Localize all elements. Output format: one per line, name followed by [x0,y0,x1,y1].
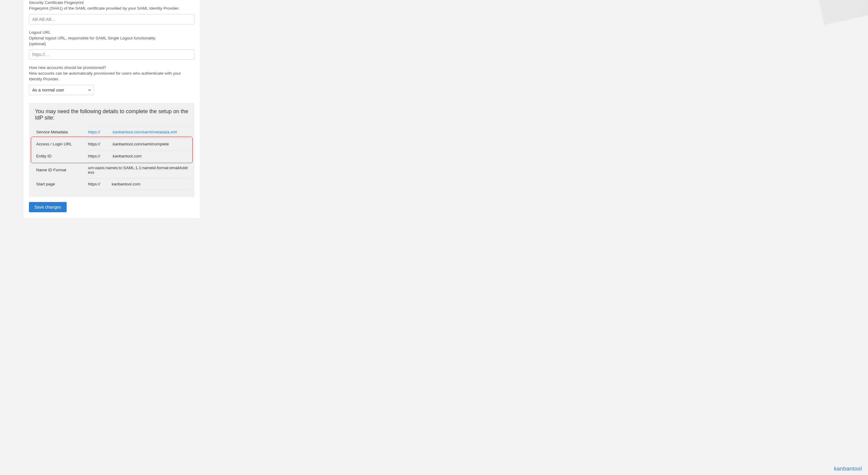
idp-row-entity-id: Entity IDhttps://.kanbantool.com [33,150,190,162]
logout-url-label: Logout URL [29,30,194,36]
idp-row-service-metadata: Service Metadatahttps://.kanbantool.com/… [33,126,190,138]
idp-row-value: https://.kanbantool.com/saml/complete [87,138,190,149]
redacted-subdomain [100,182,112,186]
idp-row-value: urn:oasis:names:tc:SAML:1.1:nameid-forma… [87,162,190,178]
idp-row-key: Access / Login URL [33,142,87,146]
idp-row-key: Start page [33,182,87,186]
idp-row-key: Service Metadata [33,130,87,134]
idp-row-key: Name ID Format [33,168,87,172]
redacted-subdomain [100,155,112,158]
provisioning-select[interactable]: As a normal user [29,85,94,95]
field-fingerprint: Security Certificate Fingerprint Fingerp… [29,0,194,24]
save-button[interactable]: Save changes [29,202,67,212]
idp-details-table: Service Metadatahttps://.kanbantool.com/… [33,126,190,190]
idp-row-value: https://.kanbantool.com [87,150,190,162]
idp-row-value: https://kanbantool.com [87,178,190,190]
logout-url-help2: (optional) [29,41,194,47]
logout-url-help: Optional logout URL, responsible for SAM… [29,36,194,41]
idp-details-panel: You may need the following details to co… [29,103,194,197]
field-logout-url: Logout URL Optional logout URL, responsi… [29,30,194,60]
idp-metadata-link[interactable]: https://.kanbantool.com/saml/metadata.xm… [88,130,177,134]
idp-row-key: Entity ID [33,154,87,158]
idp-row-name-id-format: Name ID Formaturn:oasis:names:tc:SAML:1.… [33,162,190,178]
redacted-subdomain [100,142,112,146]
provisioning-help: New accounts can be automatically provis… [29,71,194,82]
fingerprint-label: Security Certificate Fingerprint [29,0,194,6]
idp-details-heading: You may need the following details to co… [33,108,190,121]
provisioning-label: How new accounts should be provisioned? [29,65,194,71]
idp-row-value[interactable]: https://.kanbantool.com/saml/metadata.xm… [87,126,190,138]
idp-row-start-page: Start pagehttps://kanbantool.com [33,178,190,190]
fingerprint-input[interactable] [29,14,194,24]
field-provisioning: How new accounts should be provisioned? … [29,65,194,95]
fingerprint-help: Fingerprint (SHA1) of the SAML certifica… [29,6,194,11]
idp-row-access-login-url: Access / Login URLhttps://.kanbantool.co… [33,138,190,150]
redacted-subdomain [100,130,112,134]
logout-url-input[interactable] [29,49,194,60]
settings-form-card: Security Certificate Fingerprint Fingerp… [24,0,200,218]
